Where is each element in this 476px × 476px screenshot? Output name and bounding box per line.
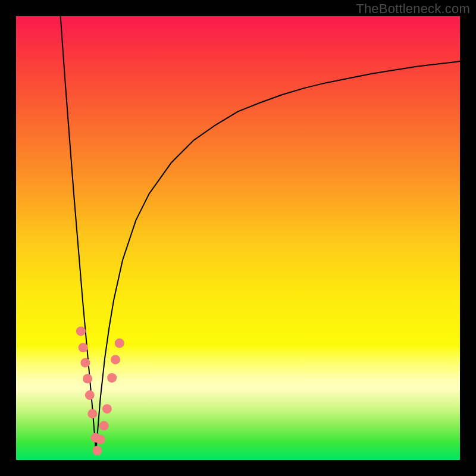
threshold-dot <box>99 421 109 431</box>
threshold-dot <box>107 373 117 383</box>
bottleneck-chart <box>0 0 476 476</box>
watermark-text: TheBottleneck.com <box>356 1 470 17</box>
threshold-dot <box>83 374 92 383</box>
threshold-dot <box>102 404 112 414</box>
heat-gradient-bg <box>16 16 460 460</box>
threshold-dot <box>79 343 88 352</box>
threshold-dot <box>85 390 95 400</box>
threshold-dot <box>80 358 90 368</box>
chart-frame: TheBottleneck.com <box>0 0 476 476</box>
threshold-dot <box>115 339 124 348</box>
threshold-dot <box>87 409 97 418</box>
threshold-dot <box>93 446 102 455</box>
threshold-dot <box>111 355 120 364</box>
threshold-dot <box>76 327 86 336</box>
threshold-dot <box>96 435 105 444</box>
